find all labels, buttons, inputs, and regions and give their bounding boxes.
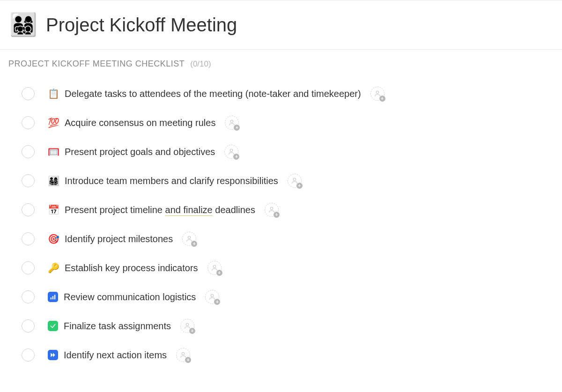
item-checkbox[interactable] bbox=[22, 290, 35, 303]
item-body: 🔑 Establish key process indicators + bbox=[48, 261, 562, 275]
item-checkbox[interactable] bbox=[22, 319, 35, 333]
item-body: 🎯 Identify project milestones + bbox=[48, 232, 562, 246]
forward-square-icon bbox=[48, 350, 58, 360]
bar-chart-square-icon bbox=[48, 292, 58, 302]
item-icon: 👨‍👩‍👧‍👦 bbox=[48, 175, 59, 186]
item-checkbox[interactable] bbox=[22, 145, 35, 158]
item-icon: 🔑 bbox=[48, 262, 59, 274]
item-body: 💯 Acquire consensus on meeting rules + bbox=[48, 116, 562, 130]
svg-marker-12 bbox=[51, 353, 53, 357]
item-checkbox[interactable] bbox=[22, 348, 35, 362]
item-checkbox[interactable] bbox=[22, 203, 35, 216]
svg-marker-13 bbox=[53, 353, 55, 357]
svg-point-4 bbox=[270, 207, 273, 209]
item-checkbox[interactable] bbox=[22, 232, 35, 245]
svg-point-1 bbox=[231, 120, 233, 122]
section-title: PROJECT KICKOFF MEETING CHECKLIST bbox=[8, 59, 185, 69]
svg-point-0 bbox=[376, 91, 378, 93]
checklist-item[interactable]: 👨‍👩‍👧‍👦 Introduce team members and clari… bbox=[22, 166, 562, 195]
item-label: Review communication logistics bbox=[64, 292, 196, 303]
svg-point-11 bbox=[186, 323, 188, 325]
check-square-icon bbox=[48, 321, 58, 331]
svg-rect-8 bbox=[52, 296, 53, 299]
assignee-add-button[interactable]: + bbox=[207, 261, 222, 275]
checklist: 📋 Delegate tasks to attendees of the mee… bbox=[0, 74, 562, 370]
item-label: Identify project milestones bbox=[65, 234, 173, 244]
header-family-icon: 👨‍👩‍👧‍👦 bbox=[9, 14, 37, 36]
item-icon: 📋 bbox=[48, 88, 59, 99]
svg-point-2 bbox=[230, 149, 233, 151]
item-checkbox[interactable] bbox=[22, 261, 35, 274]
item-body: 📋 Delegate tasks to attendees of the mee… bbox=[48, 87, 562, 101]
checklist-item[interactable]: 🎯 Identify project milestones + bbox=[22, 224, 562, 253]
assignee-add-button[interactable]: + bbox=[224, 145, 238, 159]
assignee-add-button[interactable]: + bbox=[180, 319, 194, 333]
item-label: Identify next action items bbox=[64, 350, 167, 361]
checklist-item[interactable]: 📅 Present project timeline and finalize … bbox=[22, 195, 562, 224]
item-label: Acquire consensus on meeting rules bbox=[65, 118, 215, 128]
checklist-item[interactable]: Review communication logistics + bbox=[22, 282, 562, 311]
section-header: PROJECT KICKOFF MEETING CHECKLIST (0/10) bbox=[0, 50, 562, 74]
item-icon: 🎯 bbox=[48, 233, 59, 244]
item-label: Establish key process indicators bbox=[65, 263, 198, 274]
item-label: Introduce team members and clarify respo… bbox=[65, 176, 278, 186]
checklist-item[interactable]: Finalize task assignments + bbox=[22, 311, 562, 340]
item-body: Finalize task assignments + bbox=[48, 319, 562, 333]
svg-rect-9 bbox=[54, 295, 55, 299]
item-icon: 🥅 bbox=[48, 146, 59, 157]
checklist-item[interactable]: 🔑 Establish key process indicators + bbox=[22, 253, 562, 282]
item-body: Identify next action items + bbox=[48, 348, 562, 362]
checklist-item[interactable]: 🥅 Present project goals and objectives + bbox=[22, 137, 562, 166]
item-label: Delegate tasks to attendees of the meeti… bbox=[65, 89, 361, 99]
checklist-item[interactable]: Identify next action items + bbox=[22, 340, 562, 370]
svg-point-3 bbox=[293, 178, 296, 180]
item-body: Review communication logistics + bbox=[48, 290, 562, 304]
item-body: 📅 Present project timeline and finalize … bbox=[48, 203, 562, 217]
svg-rect-7 bbox=[51, 297, 52, 299]
page-container: 👨‍👩‍👧‍👦 Project Kickoff Meeting PROJECT … bbox=[0, 0, 562, 392]
page-title: Project Kickoff Meeting bbox=[46, 15, 237, 36]
item-body: 🥅 Present project goals and objectives + bbox=[48, 145, 562, 159]
assignee-add-button[interactable]: + bbox=[288, 174, 302, 188]
checklist-item[interactable]: 💯 Acquire consensus on meeting rules + bbox=[22, 108, 562, 137]
checklist-item[interactable]: 📋 Delegate tasks to attendees of the mee… bbox=[22, 79, 562, 108]
assignee-add-button[interactable]: + bbox=[370, 87, 385, 101]
svg-point-10 bbox=[211, 294, 214, 296]
item-icon: 📅 bbox=[48, 204, 59, 215]
assignee-add-button[interactable]: + bbox=[182, 232, 196, 246]
assignee-add-button[interactable]: + bbox=[205, 290, 219, 304]
item-icon: 💯 bbox=[48, 117, 59, 128]
item-checkbox[interactable] bbox=[22, 174, 35, 187]
item-label: Present project timeline and finalize de… bbox=[65, 205, 255, 215]
svg-point-5 bbox=[188, 236, 191, 238]
section-count: (0/10) bbox=[190, 59, 211, 69]
item-checkbox[interactable] bbox=[22, 87, 35, 100]
item-body: 👨‍👩‍👧‍👦 Introduce team members and clari… bbox=[48, 174, 562, 188]
assignee-add-button[interactable]: + bbox=[265, 203, 279, 217]
svg-point-6 bbox=[213, 265, 215, 267]
page-header: 👨‍👩‍👧‍👦 Project Kickoff Meeting bbox=[0, 0, 562, 50]
item-label: Finalize task assignments bbox=[64, 321, 171, 332]
svg-point-14 bbox=[182, 352, 184, 355]
item-label: Present project goals and objectives bbox=[65, 147, 215, 157]
item-checkbox[interactable] bbox=[22, 116, 35, 129]
assignee-add-button[interactable]: + bbox=[176, 348, 190, 362]
assignee-add-button[interactable]: + bbox=[225, 116, 239, 130]
